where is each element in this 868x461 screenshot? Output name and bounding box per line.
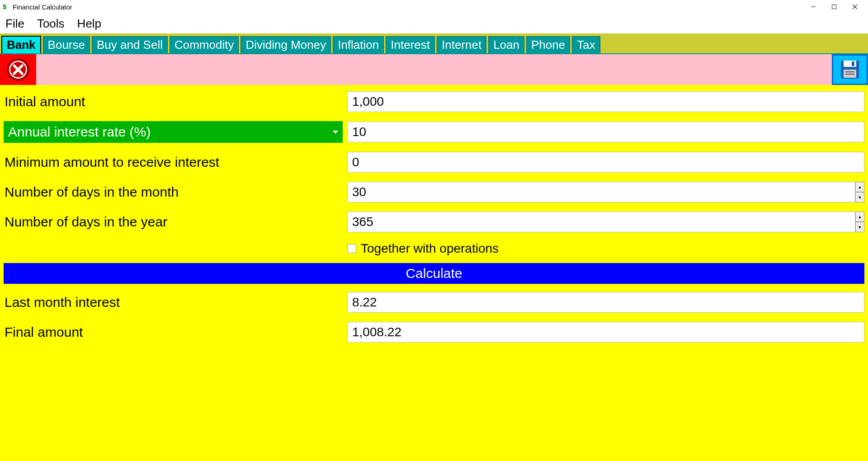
form-area: Initial amount Annual interest rate (%) … — [0, 85, 868, 461]
title-bar: $ Financial Calculator — [0, 0, 868, 14]
row-last-month-interest: Last month interest — [4, 292, 864, 313]
label-final-amount: Final amount — [4, 325, 343, 340]
input-annual-rate[interactable] — [347, 122, 864, 142]
row-final-amount: Final amount — [4, 322, 864, 343]
label-initial-amount: Initial amount — [4, 94, 343, 109]
window-title: Financial Calculator — [13, 3, 72, 11]
svg-text:$: $ — [3, 3, 7, 10]
tab-commodity[interactable]: Commodity — [170, 36, 239, 53]
spinner-days-month: ▲ ▼ — [855, 182, 864, 202]
tab-buy-and-sell[interactable]: Buy and Sell — [92, 36, 168, 53]
spinner-days-year: ▲ ▼ — [855, 212, 864, 232]
dropdown-annual-rate[interactable]: Annual interest rate (%) — [4, 121, 343, 143]
spin-up-days-year[interactable]: ▲ — [855, 212, 864, 222]
checkbox-together-ops[interactable] — [347, 244, 356, 253]
row-min-amount: Minimum amount to receive interest — [4, 152, 864, 173]
tab-dividing-money[interactable]: Dividing Money — [241, 36, 331, 53]
row-annual-rate: Annual interest rate (%) — [4, 121, 864, 143]
label-days-year: Number of days in the year — [4, 214, 343, 230]
input-initial-amount[interactable] — [347, 91, 864, 112]
app-icon: $ — [3, 3, 10, 10]
maximize-button[interactable] — [824, 0, 844, 13]
tab-bar: Bank Bourse Buy and Sell Commodity Divid… — [0, 33, 868, 53]
tab-loan[interactable]: Loan — [488, 36, 524, 53]
tab-inflation[interactable]: Inflation — [333, 36, 384, 53]
label-min-amount: Minimum amount to receive interest — [4, 155, 343, 170]
menu-help[interactable]: Help — [77, 17, 101, 31]
clear-button[interactable] — [0, 54, 36, 85]
toolbar — [0, 53, 868, 85]
tab-tax[interactable]: Tax — [572, 36, 600, 53]
row-together-ops: Together with operations — [4, 241, 864, 256]
input-days-year[interactable] — [347, 212, 855, 232]
tab-internet[interactable]: Internet — [437, 36, 486, 53]
output-final-amount[interactable] — [347, 322, 864, 343]
spin-down-days-month[interactable]: ▼ — [855, 192, 864, 202]
menu-tools[interactable]: Tools — [37, 17, 65, 31]
label-together-ops: Together with operations — [361, 241, 499, 256]
tab-bank[interactable]: Bank — [1, 36, 41, 53]
svg-rect-2 — [832, 5, 836, 9]
dropdown-annual-rate-label: Annual interest rate (%) — [8, 124, 151, 140]
svg-rect-12 — [852, 61, 854, 66]
spin-down-days-year[interactable]: ▼ — [855, 222, 864, 232]
tab-interest[interactable]: Interest — [386, 36, 435, 53]
menu-bar: File Tools Help — [0, 14, 868, 33]
minimize-button[interactable] — [803, 0, 824, 13]
close-icon — [6, 57, 30, 82]
input-min-amount[interactable] — [347, 152, 864, 173]
tab-bourse[interactable]: Bourse — [43, 36, 90, 53]
chevron-down-icon — [333, 131, 338, 134]
calculate-button[interactable]: Calculate — [4, 263, 864, 284]
spin-up-days-month[interactable]: ▲ — [855, 182, 864, 192]
save-icon — [839, 59, 861, 80]
row-days-month: Number of days in the month ▲ ▼ — [4, 182, 864, 202]
save-button[interactable] — [832, 54, 868, 85]
row-days-year: Number of days in the year ▲ ▼ — [4, 212, 864, 232]
row-initial-amount: Initial amount — [4, 91, 864, 112]
input-days-month[interactable] — [347, 182, 855, 202]
label-last-month-interest: Last month interest — [4, 295, 343, 310]
output-last-month-interest[interactable] — [347, 292, 864, 313]
close-window-button[interactable] — [844, 0, 865, 13]
calculate-button-label: Calculate — [406, 266, 462, 281]
menu-file[interactable]: File — [5, 17, 24, 31]
tab-phone[interactable]: Phone — [526, 36, 570, 53]
label-days-month: Number of days in the month — [4, 184, 343, 200]
